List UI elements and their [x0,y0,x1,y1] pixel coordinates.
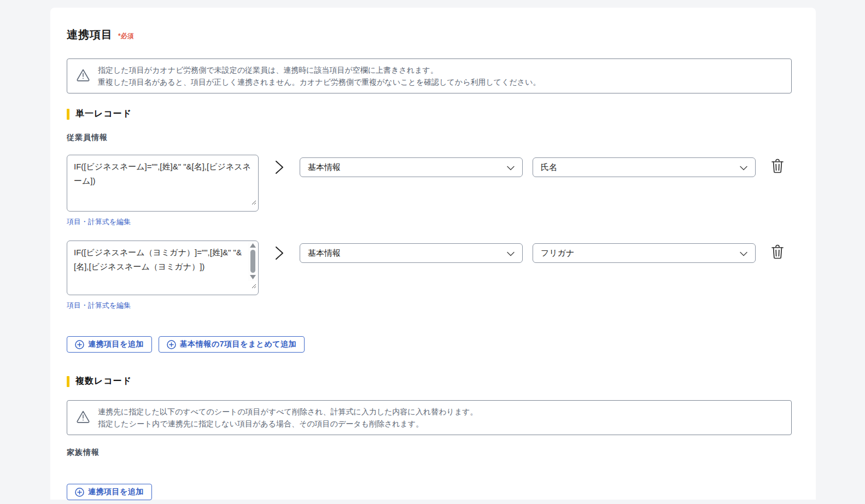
field-select-value: 氏名 [541,162,557,173]
warning-line: 指定したシート内で連携先に指定しない項目がある場合、その項目のデータも削除されま… [98,418,478,430]
chevron-right-icon [273,159,285,178]
plus-circle-icon [167,340,176,349]
add-bulk-items-label: 基本情報の7項目をまとめて追加 [180,339,296,349]
mapping-row: IF([ビジネスネーム]="",[姓]&" "&[名],[ビジネスネーム]) 項… [67,155,799,227]
chevron-down-icon [740,163,747,172]
formula-text: IF([ビジネスネーム（ヨミガナ）]="",[姓]&" "&[名],[ビジネスネ… [74,248,242,271]
section-multi-record: 複数レコード [67,376,799,387]
warning-box-multi: 連携先に指定した以下のすべてのシートの項目がすべて削除され、計算式に入力した内容… [67,400,792,435]
formula-textarea[interactable]: IF([ビジネスネーム（ヨミガナ）]="",[姓]&" "&[名],[ビジネスネ… [67,241,259,295]
subsection-employee-info: 従業員情報 [67,133,799,143]
warning-icon [76,409,90,426]
chevron-down-icon [740,249,747,258]
warning-line: 重複した項目名があると、項目が正しく連携されません。カオナビ労務側で重複がないこ… [98,76,540,88]
field-select[interactable]: 氏名 [533,157,756,177]
add-link-item-button-multi[interactable]: 連携項目を追加 [67,484,152,500]
scrollbar-thumb [250,250,255,273]
field-select[interactable]: フリガナ [533,243,756,263]
add-link-item-label: 連携項目を追加 [88,339,144,349]
page-title-row: 連携項目 *必須 [67,27,799,42]
chevron-right-icon [273,245,285,263]
warning-icon [76,68,90,84]
edit-formula-link[interactable]: 項目・計算式を編集 [67,217,131,227]
chevron-down-icon [507,163,515,172]
section-single-record: 単一レコード [67,108,799,120]
scroll-up-icon [250,243,256,248]
formula-textarea[interactable]: IF([ビジネスネーム]="",[姓]&" "&[名],[ビジネスネーム]) [67,155,259,212]
category-select-value: 基本情報 [308,162,341,173]
section-title: 単一レコード [75,108,132,120]
formula-text: IF([ビジネスネーム]="",[姓]&" "&[名],[ビジネスネーム]) [74,162,251,185]
delete-row-button[interactable] [771,159,784,175]
add-link-item-label: 連携項目を追加 [88,487,144,497]
warning-text: 指定した項目がカオナビ労務側で未設定の従業員は、連携時に該当項目が空欄に上書きさ… [98,64,540,88]
warning-box-top: 指定した項目がカオナビ労務側で未設定の従業員は、連携時に該当項目が空欄に上書きさ… [67,58,792,93]
category-select[interactable]: 基本情報 [300,243,523,263]
delete-row-button[interactable] [771,244,784,261]
page-title: 連携項目 [67,27,113,42]
warning-line: 指定した項目がカオナビ労務側で未設定の従業員は、連携時に該当項目が空欄に上書きさ… [98,64,540,76]
mapping-row: IF([ビジネスネーム（ヨミガナ）]="",[姓]&" "&[名],[ビジネスネ… [67,241,799,310]
add-bulk-items-button[interactable]: 基本情報の7項目をまとめて追加 [159,336,305,353]
plus-circle-icon [75,488,84,497]
add-buttons-row: 連携項目を追加 基本情報の7項目をまとめて追加 [67,336,799,353]
required-badge: *必須 [118,32,134,41]
category-select[interactable]: 基本情報 [300,157,523,177]
chevron-down-icon [507,249,515,258]
resize-grip-icon[interactable] [251,279,256,293]
section-title: 複数レコード [75,376,132,387]
warning-text: 連携先に指定した以下のすべてのシートの項目がすべて削除され、計算式に入力した内容… [98,406,478,430]
yellow-bar [67,376,69,387]
subsection-family-info: 家族情報 [67,448,799,458]
resize-grip-icon[interactable] [251,195,256,209]
plus-circle-icon [75,340,84,349]
settings-card: 連携項目 *必須 指定した項目がカオナビ労務側で未設定の従業員は、連携時に該当項… [50,8,816,500]
yellow-bar [67,109,69,120]
warning-line: 連携先に指定した以下のすべてのシートの項目がすべて削除され、計算式に入力した内容… [98,406,478,418]
add-link-item-button[interactable]: 連携項目を追加 [67,336,152,353]
textarea-scrollbar[interactable] [248,242,258,281]
field-select-value: フリガナ [541,248,574,259]
edit-formula-link[interactable]: 項目・計算式を編集 [67,301,131,310]
category-select-value: 基本情報 [308,248,341,259]
